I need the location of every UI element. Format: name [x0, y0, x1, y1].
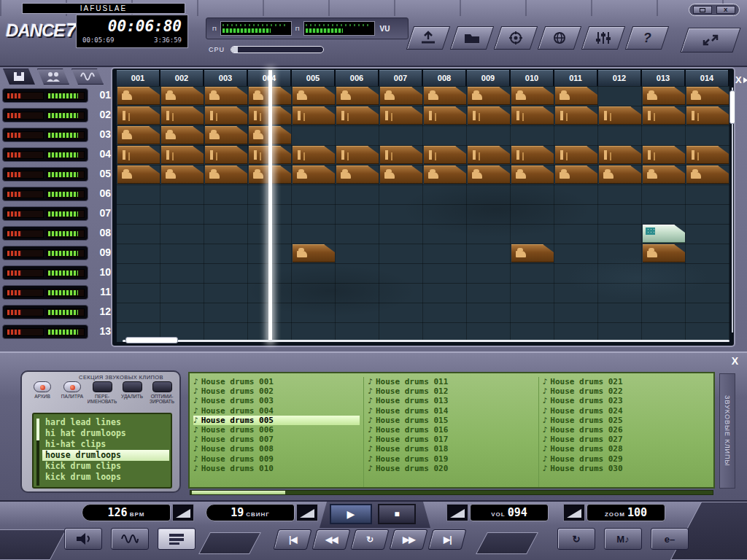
clip-wave[interactable] — [205, 87, 247, 105]
tab-wave-editor[interactable] — [71, 69, 104, 85]
clip-bar[interactable] — [686, 106, 729, 125]
tab-vocals[interactable] — [37, 69, 69, 85]
open-file-button[interactable] — [450, 26, 494, 50]
category-item[interactable]: hard lead lines — [42, 417, 169, 428]
clip-bar[interactable] — [161, 146, 204, 164]
rewind-button[interactable]: ◀◀ — [312, 529, 351, 550]
dark-button-удалить[interactable] — [123, 381, 142, 392]
clip-wave[interactable] — [293, 244, 335, 262]
column-header[interactable]: 011 — [554, 70, 598, 86]
clip-list-item[interactable]: ♪House drums 022 — [543, 386, 710, 396]
wave-mode-button[interactable] — [111, 528, 149, 550]
clip-bar[interactable] — [686, 146, 729, 164]
clip-wave[interactable] — [555, 87, 597, 105]
clip-list-scrollbar[interactable] — [190, 490, 713, 495]
clip-list-item[interactable]: ♪House drums 025 — [543, 416, 710, 425]
playhead[interactable] — [268, 70, 272, 342]
category-item[interactable]: hi hat drumloops — [42, 428, 169, 439]
clip-wave[interactable] — [161, 126, 204, 144]
clip-wave[interactable] — [468, 87, 510, 105]
clip-bar[interactable] — [380, 146, 422, 164]
clip-list-item[interactable]: ♪House drums 008 — [193, 444, 360, 454]
help-button[interactable]: ? — [625, 26, 669, 50]
clip-list-item[interactable]: ♪House drums 030 — [543, 464, 710, 473]
clip-list-item[interactable]: ♪House drums 018 — [368, 444, 534, 454]
led-button-архив[interactable] — [34, 381, 51, 392]
clip-list-item[interactable]: ♪House drums 002 — [193, 386, 360, 396]
clip-list-item[interactable]: ♪House drums 017 — [368, 435, 534, 444]
clip-list-item[interactable]: ♪House drums 015 — [368, 416, 534, 425]
browser-close-button[interactable]: X — [732, 355, 738, 367]
category-item[interactable]: hi-hat clips — [42, 439, 169, 450]
clip-bar[interactable] — [205, 146, 247, 164]
column-header[interactable]: 010 — [511, 70, 554, 86]
column-header[interactable]: 009 — [467, 70, 511, 86]
ejay-button[interactable]: e– — [651, 528, 689, 550]
clip-list-item[interactable]: ♪House drums 005 — [193, 416, 360, 425]
clip-bar[interactable] — [117, 106, 160, 125]
maximize-button[interactable] — [693, 6, 712, 14]
resize-window-button[interactable] — [680, 28, 740, 52]
clip-wave[interactable] — [511, 166, 554, 184]
column-header[interactable]: 012 — [598, 70, 642, 86]
track-number[interactable]: 04 — [99, 148, 111, 160]
clip-wave[interactable] — [117, 126, 160, 144]
clip-list-item[interactable]: ♪House drums 006 — [193, 425, 360, 435]
clip-wave[interactable] — [686, 87, 729, 105]
track-number[interactable]: 09 — [99, 246, 111, 258]
clip-list-item[interactable]: ♪House drums 010 — [193, 464, 360, 473]
clip-wave[interactable] — [643, 87, 685, 105]
forward-button[interactable]: ▶▶ — [390, 529, 428, 550]
clip-list-item[interactable]: ♪House drums 007 — [193, 435, 360, 444]
clip-list-item[interactable]: ♪House drums 003 — [193, 396, 360, 405]
clip-bar[interactable] — [205, 106, 247, 125]
dark-button-пере- именовать[interactable] — [93, 381, 112, 392]
clip-wave[interactable] — [293, 87, 335, 105]
track-number[interactable]: 02 — [99, 109, 111, 120]
vertical-scrollbar[interactable] — [729, 88, 735, 332]
clip-wave[interactable] — [380, 166, 422, 184]
led-button-палитра[interactable] — [63, 381, 81, 392]
clip-wave[interactable] — [205, 166, 247, 184]
track-number[interactable]: 01 — [99, 89, 111, 101]
track-number[interactable]: 06 — [99, 187, 111, 199]
clip-bar[interactable] — [161, 106, 204, 125]
clip-list-item[interactable]: ♪House drums 028 — [543, 444, 710, 454]
category-item[interactable]: kick drum loops — [42, 472, 169, 483]
skip-end-button[interactable]: ▶| — [428, 529, 467, 550]
column-header[interactable]: 001 — [117, 70, 160, 86]
clip-wave[interactable] — [686, 166, 729, 184]
clip-wave[interactable] — [511, 244, 554, 262]
column-header[interactable]: 002 — [160, 70, 204, 86]
clip-bar[interactable] — [293, 146, 335, 164]
bpm-slider[interactable] — [172, 504, 194, 521]
column-header[interactable]: 008 — [423, 70, 467, 86]
category-scrollbar[interactable] — [36, 419, 39, 486]
clip-list-item[interactable]: ♪House drums 021 — [543, 377, 710, 386]
clip-bar[interactable] — [468, 146, 510, 164]
import-export-button[interactable] — [406, 26, 450, 50]
clip-bar[interactable] — [599, 146, 641, 164]
clip-list-item[interactable]: ♪House drums 013 — [368, 396, 534, 405]
clip-bar[interactable] — [468, 106, 510, 125]
track-number[interactable]: 03 — [99, 128, 111, 140]
grid[interactable] — [117, 86, 729, 342]
clip-list-item[interactable]: ♪House drums 012 — [368, 386, 534, 396]
clip-list-item[interactable]: ♪House drums 014 — [368, 406, 534, 416]
close-button[interactable]: X — [716, 6, 735, 14]
clip-wave[interactable] — [161, 166, 204, 184]
clip-list-item[interactable]: ♪House drums 019 — [368, 454, 534, 464]
clip-list-item[interactable]: ♪House drums 029 — [543, 454, 710, 464]
midi-button[interactable]: M♪ — [604, 528, 642, 550]
column-header[interactable]: 003 — [204, 70, 248, 86]
loop-button[interactable]: ↻ — [351, 529, 390, 550]
stop-button[interactable]: ■ — [378, 504, 416, 524]
play-button[interactable]: ▶ — [330, 504, 372, 524]
clip-list-item[interactable]: ♪House drums 020 — [368, 464, 534, 473]
clip-bar[interactable] — [293, 106, 335, 125]
sequencer-collapse-button[interactable]: X — [735, 74, 747, 85]
clip-bar[interactable] — [117, 146, 160, 164]
clip-bar[interactable] — [599, 106, 641, 125]
clip-bar[interactable] — [511, 146, 554, 164]
zoom-slider[interactable] — [563, 504, 585, 521]
